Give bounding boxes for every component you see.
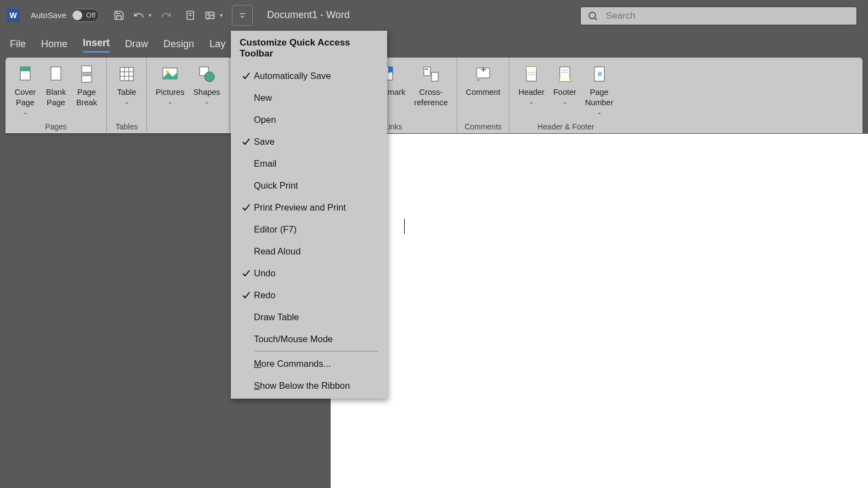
autosave-toggle[interactable]: Off: [71, 9, 99, 22]
save-button[interactable]: [110, 7, 128, 24]
svg-rect-11: [82, 66, 92, 72]
menu-item-label: Touch/Mouse Mode: [254, 334, 333, 344]
chevron-down-icon: ⌄: [205, 99, 209, 105]
dropdown-title: Customize Quick Access Toolbar: [231, 31, 387, 65]
ribbon-button-label: Cover Page: [15, 87, 36, 108]
ribbon-group-2: Pictures⌄Shapes⌄: [147, 58, 230, 133]
svg-rect-12: [82, 76, 92, 82]
tab-lay[interactable]: Lay: [209, 36, 225, 52]
autosave-label: AutoSave: [31, 10, 66, 20]
tab-home[interactable]: Home: [41, 36, 67, 52]
header-icon: [520, 63, 542, 85]
search-box[interactable]: [580, 7, 857, 25]
qat-menu-item-email[interactable]: Email: [231, 152, 387, 174]
undo-button[interactable]: [130, 7, 147, 24]
ribbon-button-label: Comment: [466, 87, 501, 98]
menu-item-label: More Commands...: [254, 359, 331, 369]
check-icon: [239, 269, 254, 277]
check-icon: [239, 137, 254, 146]
qat-menu-item-read-aloud[interactable]: Read Aloud: [231, 240, 387, 262]
menu-item-label: Undo: [254, 268, 275, 279]
ribbon-button-blank-page[interactable]: Blank Page: [42, 61, 70, 120]
ribbon-button-label: Table: [117, 87, 137, 98]
ribbon-button-cover-page[interactable]: Cover Page⌄: [11, 61, 39, 120]
qat-menu-item-draw-table[interactable]: Draw Table: [231, 306, 387, 328]
ribbon-button-label: Footer: [553, 87, 576, 98]
menu-item-label: Draw Table: [254, 312, 299, 322]
footer-icon: [554, 63, 576, 85]
ribbon-tabs: FileHomeInsertDrawDesignLayiewViewHelp: [0, 30, 868, 58]
cross--reference-icon: [420, 63, 442, 85]
svg-rect-42: [560, 78, 570, 81]
qat-menu-item-open[interactable]: Open: [231, 109, 387, 130]
ribbon-button-page-break[interactable]: Page Break: [72, 61, 101, 120]
text-cursor: [404, 219, 405, 234]
qat-menu-item-save[interactable]: Save: [231, 130, 387, 152]
ribbon-button-label: Shapes: [193, 87, 220, 98]
chevron-down-icon: ⌄: [563, 99, 567, 105]
qat-menu-item-touch-mouse-mode[interactable]: Touch/Mouse Mode: [231, 328, 387, 350]
customize-qat-button[interactable]: [232, 5, 253, 26]
group-label: Tables: [112, 120, 141, 132]
chevron-down-icon: ⌄: [529, 99, 534, 105]
ribbon-group-Comments: +CommentComments: [457, 58, 510, 133]
comment-icon: +: [472, 63, 494, 85]
shapes-icon: [196, 63, 218, 85]
ribbon-button-comment[interactable]: +Comment: [463, 61, 504, 120]
ribbon-button-label: Page Break: [76, 87, 97, 108]
ribbon-button-table[interactable]: Table⌄: [112, 61, 141, 120]
svg-text:+: +: [481, 65, 486, 74]
svg-rect-10: [51, 67, 61, 80]
tab-insert[interactable]: Insert: [83, 35, 110, 53]
pictures-icon: [159, 63, 181, 85]
ribbon-button-label: Blank Page: [46, 87, 66, 108]
menu-item-label: Editor (F7): [254, 224, 297, 235]
tab-file[interactable]: File: [10, 36, 26, 52]
qat-menu-item-new[interactable]: New: [231, 87, 387, 109]
chevron-down-icon: ⌄: [23, 109, 27, 115]
ribbon: Cover Page⌄Blank PagePage BreakPagesTabl…: [5, 58, 863, 133]
ribbon-button-cross--reference[interactable]: Cross- reference: [411, 61, 451, 120]
word-app-icon: W: [7, 9, 20, 22]
qat-menu-item-print-preview-and-print[interactable]: Print Preview and Print: [231, 196, 387, 218]
qat-menu-item-automatically-save[interactable]: Automatically Save: [231, 65, 387, 87]
picture-dropdown[interactable]: ▾: [220, 12, 228, 18]
ribbon-group-Pages: Cover Page⌄Blank PagePage BreakPages: [5, 58, 107, 133]
group-label: Pages: [11, 120, 101, 132]
chevron-down-icon: ⌄: [597, 109, 602, 115]
qat-menu-item-redo[interactable]: Redo: [231, 284, 387, 306]
ribbon-group-Tables: Table⌄Tables: [107, 58, 147, 133]
redo-button[interactable]: [157, 7, 175, 24]
qat-menu-item-quick-print[interactable]: Quick Print: [231, 174, 387, 196]
menu-item-label: Open: [254, 115, 276, 125]
autosave-toggle-thumb: [72, 10, 82, 20]
svg-rect-14: [120, 67, 133, 81]
svg-rect-32: [432, 72, 438, 81]
svg-point-4: [208, 13, 209, 15]
qat-menu-item-show-below-the-ribbon[interactable]: Show Below the Ribbon: [231, 374, 387, 396]
page-break-icon: [76, 63, 98, 85]
document-page[interactable]: [331, 134, 868, 488]
ribbon-button-footer[interactable]: Footer⌄: [550, 61, 580, 120]
ribbon-button-header[interactable]: Header⌄: [515, 61, 548, 120]
menu-item-label: Read Aloud: [254, 246, 300, 257]
menu-item-label: Show Below the Ribbon: [254, 381, 350, 391]
ribbon-button-label: Pictures: [156, 87, 184, 98]
picture-button[interactable]: [201, 7, 219, 24]
svg-point-22: [205, 72, 214, 82]
tab-draw[interactable]: Draw: [125, 36, 148, 52]
title-bar: W AutoSave Off ▾ ▾ Document1 - Word: [0, 0, 868, 30]
menu-item-label: Email: [254, 158, 276, 169]
qat-menu-item-more-commands-[interactable]: More Commands...: [231, 353, 387, 374]
ribbon-button-page-number[interactable]: #Page Number⌄: [582, 61, 617, 120]
qat-menu-item-editor-f7-[interactable]: Editor (F7): [231, 218, 387, 240]
svg-point-6: [589, 12, 595, 19]
search-input[interactable]: [606, 10, 850, 21]
table-icon: [116, 63, 138, 85]
print-preview-button[interactable]: [181, 7, 199, 24]
undo-dropdown[interactable]: ▾: [149, 12, 156, 18]
ribbon-button-pictures[interactable]: Pictures⌄: [152, 61, 188, 129]
qat-menu-item-undo[interactable]: Undo: [231, 262, 387, 284]
ribbon-button-shapes[interactable]: Shapes⌄: [190, 61, 223, 129]
tab-design[interactable]: Design: [163, 36, 194, 52]
